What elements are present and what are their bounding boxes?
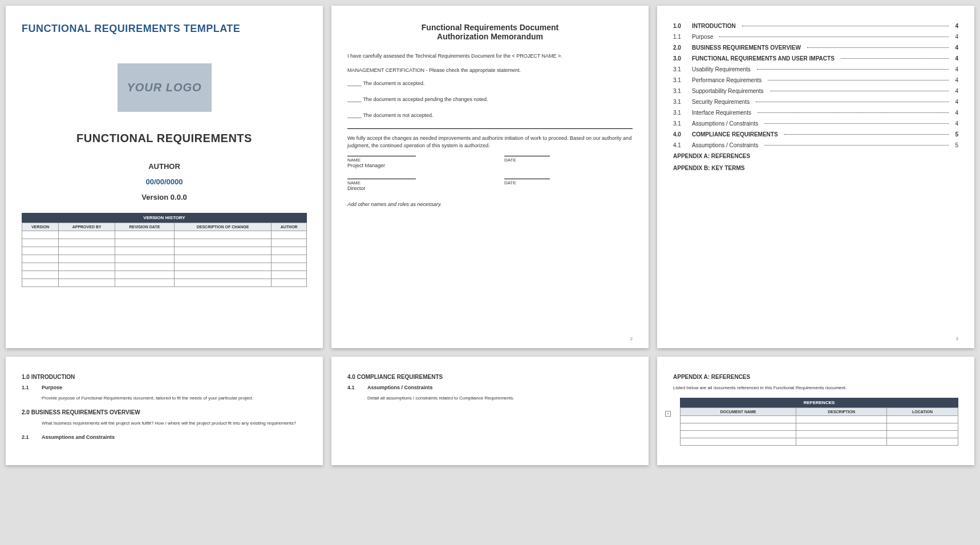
page-number: 3 [956, 336, 958, 341]
purpose-body: Provide purpose of Functional Requiremen… [42, 395, 307, 401]
toc-entry: 3.1Usability Requirements4 [673, 66, 958, 72]
toc-entry: 3.1Interface Requirements4 [673, 110, 958, 116]
page-2: Functional Requirements Document Authori… [331, 6, 649, 348]
references-header: REFERENCES [680, 398, 958, 407]
page-1: FUNCTIONAL REQUIREMENTS TEMPLATE YOUR LO… [6, 6, 323, 348]
logo-placeholder: YOUR LOGO [118, 63, 212, 112]
signature-row-2: NAME Director DATE [347, 179, 633, 191]
version-value: Version 0.0.0 [22, 193, 307, 201]
appendix-a: APPENDIX A: REFERENCES [673, 153, 958, 159]
template-header: FUNCTIONAL REQUIREMENTS TEMPLATE [22, 23, 307, 35]
version-history-table: VERSIONAPPROVED BYREVISION DATEDESCRIPTI… [22, 223, 307, 287]
toc-entry: 4.0COMPLIANCE REQUIREMENTS5 [673, 131, 958, 138]
toc-entry: 3.1Supportability Requirements4 [673, 88, 958, 94]
compliance-body: Detail all assumptions / constraints rel… [367, 395, 633, 401]
section-2: 2.0 BUSINESS REQUIREMENTS OVERVIEW [22, 409, 307, 415]
expand-icon[interactable]: + [665, 411, 671, 417]
page-6: APPENDIX A: REFERENCES Listed below are … [657, 357, 974, 465]
toc-entry: 3.1Assumptions / Constraints4 [673, 120, 958, 127]
references-table: DOCUMENT NAMEDESCRIPTIONLOCATION [680, 407, 958, 446]
add-note: Add other names and roles as necessary. [347, 201, 633, 207]
assess-text: I have carefully assessed the Technical … [347, 53, 633, 60]
signature-row-1: NAME Project Manager DATE [347, 156, 633, 168]
section-4: 4.0 COMPLIANCE REQUIREMENTS [347, 374, 633, 380]
ref-intro: Listed below are all documents reference… [673, 385, 958, 391]
toc-entry: 4.1Assumptions / Constraints5 [673, 142, 958, 148]
option-not-accepted: The document is not accepted. [347, 112, 633, 118]
author-label: AUTHOR [22, 162, 307, 171]
version-history-header: VERSION HISTORY [22, 213, 307, 223]
divider [347, 128, 633, 129]
page-number: 2 [630, 336, 633, 341]
appendix-b: APPENDIX B: KEY TERMS [673, 165, 958, 171]
biz-body: What business requirements will the proj… [42, 420, 307, 426]
page-5: 4.0 COMPLIANCE REQUIREMENTS 4.1Assumptio… [331, 357, 649, 465]
appendix-a-title: APPENDIX A: REFERENCES [673, 374, 958, 380]
doc-title: FUNCTIONAL REQUIREMENTS [22, 132, 307, 145]
page-4: 1.0 INTRODUCTION 1.1Purpose Provide purp… [6, 357, 323, 465]
toc-entry: 3.1Security Requirements4 [673, 99, 958, 105]
toc-entry: 1.0INTRODUCTION4 [673, 23, 958, 29]
accept-text: We fully accept the changes as needed im… [347, 135, 633, 149]
toc-entry: 1.1Purpose4 [673, 34, 958, 40]
date-value: 00/00/0000 [22, 177, 307, 186]
toc-entry: 2.0BUSINESS REQUIREMENTS OVERVIEW4 [673, 45, 958, 51]
cert-text: MANAGEMENT CERTIFICATION - Please check … [347, 67, 633, 74]
auth-title: Functional Requirements Document Authori… [347, 23, 633, 41]
option-pending: The document is accepted pending the cha… [347, 96, 633, 102]
toc-entry: 3.0FUNCTIONAL REQUIREMENTS AND USER IMPA… [673, 55, 958, 62]
page-3: 1.0INTRODUCTION41.1Purpose42.0BUSINESS R… [657, 6, 974, 348]
toc-entry: 3.1Performance Requirements4 [673, 77, 958, 83]
table-of-contents: 1.0INTRODUCTION41.1Purpose42.0BUSINESS R… [673, 23, 958, 148]
section-1: 1.0 INTRODUCTION [22, 374, 307, 380]
option-accepted: The document is accepted. [347, 80, 633, 86]
